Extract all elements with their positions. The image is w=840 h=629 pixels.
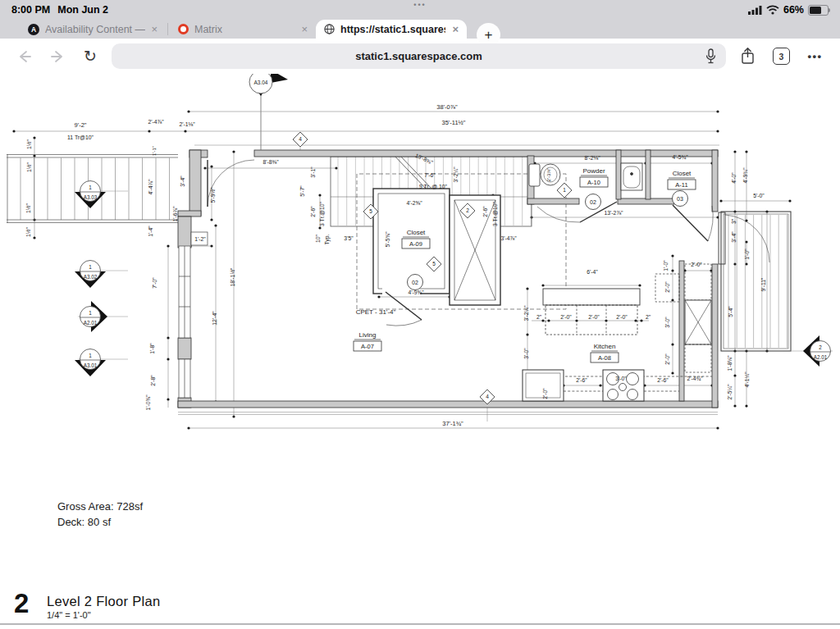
sink [621,163,642,190]
section-marker-number: 1 [89,264,92,270]
closet-door-leaf [673,205,708,241]
detail-number: 4 [486,394,489,399]
dimension-tick [167,358,169,360]
room-name: Living [359,331,377,339]
detail-number: 5 [369,208,372,214]
dimension-tick [526,287,528,289]
dimension-label: 1'-2" [194,236,206,242]
dimension-tick [203,166,206,169]
dimension-label: 1'-8" [149,343,155,354]
tab-bar: A Availability Content — / × Matrix × ht… [0,20,840,39]
section-marker-number: 1 [89,310,92,316]
reload-button[interactable]: ↻ [74,48,107,64]
dimension-label: 2'-6" [576,377,587,383]
tab-squarespace-active[interactable]: https://static1.squares × [316,20,467,39]
forward-button[interactable] [41,48,74,65]
windows [179,232,208,398]
dimension-tick [33,136,35,139]
battery-icon [808,5,829,16]
dimension-label: 3 Tr.@10" [319,201,325,226]
detail-number: 4 [299,136,302,142]
dimension-tick [210,165,212,167]
section-marker-sheet: A3.03 [84,194,98,200]
dimension-label: 8'-8⅜" [262,159,279,165]
room-tag: A-08 [598,354,611,362]
more-menu-button[interactable]: ••• [798,50,832,62]
back-button[interactable] [8,48,41,65]
dimension-tick [733,150,736,153]
dimension-label: 3'-0" [664,317,670,328]
dimension-label: 5'-7" [299,185,305,197]
dimension-label: 2'-4⅞" [148,119,164,125]
back-arrow-icon [16,48,33,65]
tab-divider [167,23,168,35]
detail-number: 1 [563,187,566,193]
dimension-tick [210,244,212,247]
tab-matrix[interactable]: Matrix × [170,20,316,39]
share-button[interactable] [731,47,765,66]
dimension-label: 3'-4" [180,175,185,187]
dimension-tick [671,299,673,301]
dimension-label: 3'-0" [523,348,529,359]
dimension-tick [638,284,641,286]
dimension-tick [541,319,544,321]
dimension-label: 2'-6" [657,377,669,383]
area-note: Gross Area: 728sf [57,500,143,513]
close-tab-icon[interactable]: × [151,23,158,35]
microphone-icon[interactable] [705,48,716,64]
dimension-tick [671,254,673,257]
area-note: Deck: 80 sf [57,516,111,528]
dimension-label: 5'-4" [728,306,733,317]
dimension-tick [335,166,337,169]
dimension-label: 3" [731,218,737,224]
dimension-label: 9'-2" [75,121,87,129]
dimension-label: 7'-6" [424,172,436,178]
dimension-tick [745,404,747,407]
dimension-label: 4'-4⅞" [148,179,153,195]
web-content-area[interactable]: 38'-0⅞"35'-11½"2'-4⅞"2'-1⅛"9'-2"11 Tr@10… [0,74,840,629]
dimension-label: 13'-2⅞" [605,210,624,216]
close-tab-icon[interactable]: × [301,23,308,35]
section-marker-number: 1 [89,353,92,358]
dimension-label: 2'-0" [664,281,670,293]
dimension-tick [232,415,235,417]
dimension-tick [541,284,544,286]
dimension-label: 5'-9½" [210,187,216,203]
sheet-scale: 1/4" = 1'-0" [47,610,91,620]
dimension-tick [33,236,35,239]
dimension-label: 2'-0" [664,353,670,365]
tab-availability-content[interactable]: A Availability Content — / × [20,20,166,39]
section-marker-sheet: A2.01 [814,354,828,360]
marker-flag-icon [271,74,288,83]
dimension-tick [184,130,186,132]
tab-title: Availability Content — / [45,24,145,35]
globe-icon [324,24,335,34]
address-bar[interactable]: static1.squarespace.com [112,43,726,69]
dimension-tick [547,319,550,321]
dimension-label: 3'-4" [731,231,737,243]
section-marker-label: A3.04 [254,80,268,85]
share-icon [740,47,756,66]
room-tag: A-09 [409,240,422,248]
sheet-title: Level 2 Floor Plan [47,594,160,609]
dimension-tick [640,319,642,321]
close-tab-icon[interactable]: × [452,23,459,35]
dimension-label: 4'-1¼" [744,371,750,388]
dimension-label: 3 Tr.@10" [492,201,498,226]
dimension-tick [187,110,189,112]
dimension-tick [745,240,747,243]
dimension-tick [148,130,150,132]
dimension-label: 2'-0" [542,388,548,399]
multitask-dots-icon: ••• [0,1,840,9]
tabs-overview-button[interactable]: 3 [765,48,798,65]
dimension-tick [318,194,321,196]
dimension-label: 1'-6⅞" [172,206,178,222]
tab-title: Matrix [194,24,222,35]
dimension-label: 1½" [26,139,32,148]
dimension-label: 9 Tr. @ 10" [419,184,447,189]
detail-number: 2 [466,207,469,213]
sheet-number: 2 [14,590,29,617]
dimension-label: 7'-0" [152,277,158,289]
availability-logo-icon: A [28,24,39,35]
dimension-label: 2'-6" [482,206,488,217]
